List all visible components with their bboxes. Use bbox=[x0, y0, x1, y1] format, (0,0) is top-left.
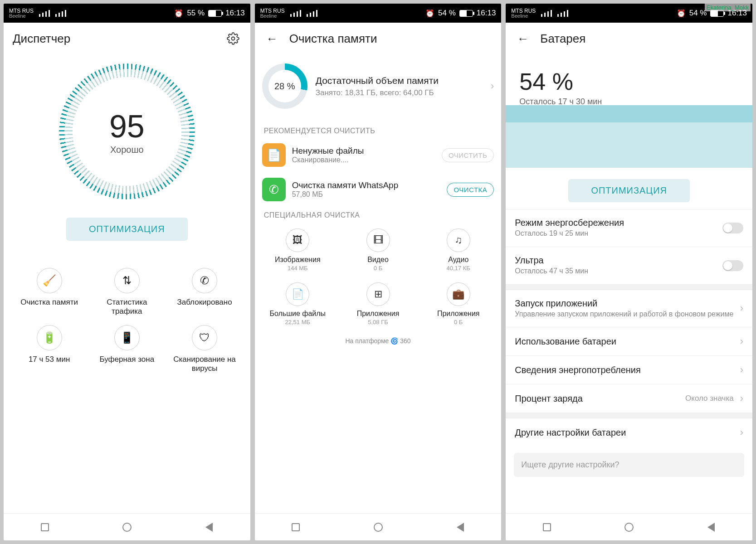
section-recommended: РЕКОМЕНДУЕТСЯ ОЧИСТИТЬ bbox=[255, 122, 502, 138]
file-icon: 📄 bbox=[286, 282, 309, 306]
back-button[interactable]: ← bbox=[515, 30, 531, 47]
tile-virus-scan[interactable]: 🛡 Сканирование на вирусы bbox=[168, 325, 241, 374]
storage-title: Достаточный объем памяти bbox=[316, 75, 483, 87]
settings-button[interactable] bbox=[225, 30, 241, 47]
nav-home[interactable] bbox=[372, 521, 385, 534]
signal-icon bbox=[39, 10, 50, 17]
whatsapp-icon: ✆ bbox=[262, 178, 286, 201]
audio-icon: ♫ bbox=[447, 228, 470, 252]
tool-grid: 🧹 Очистка памяти ⇅ Статистика трафика ✆ … bbox=[4, 263, 250, 388]
row-other-settings[interactable]: Другие настройки батареи › bbox=[506, 418, 752, 447]
special-large-files[interactable]: 📄 Большие файлы 22,51 МБ bbox=[259, 279, 336, 329]
carrier-1: MTS RUS bbox=[9, 8, 34, 14]
signal-icon bbox=[290, 10, 301, 17]
signal-icon bbox=[557, 10, 568, 17]
tile-cleanup[interactable]: 🧹 Очистка памяти bbox=[13, 268, 86, 317]
tile-traffic[interactable]: ⇅ Статистика трафика bbox=[90, 268, 163, 317]
briefcase-icon: 💼 bbox=[447, 282, 470, 306]
signal-icon bbox=[541, 10, 552, 17]
carrier-2: Beeline bbox=[511, 14, 536, 19]
tile-dropzone[interactable]: 📱 Буферная зона bbox=[90, 325, 163, 374]
nav-back[interactable] bbox=[454, 521, 467, 534]
row-app-launch[interactable]: Запуск приложений Управление запуском пр… bbox=[506, 290, 752, 327]
app-header: ← Батарея bbox=[506, 23, 752, 54]
battery-percent: 54 % bbox=[438, 9, 456, 18]
chevron-right-icon: › bbox=[740, 427, 743, 438]
clean-button[interactable]: ОЧИСТИТЬ bbox=[442, 148, 494, 162]
chevron-right-icon: › bbox=[740, 393, 743, 404]
row-battery-usage[interactable]: Использование батареи › bbox=[506, 327, 752, 355]
back-button[interactable]: ← bbox=[264, 30, 280, 47]
toggle-ultra[interactable] bbox=[722, 260, 743, 271]
battery-icon: 🔋 bbox=[37, 325, 62, 350]
alarm-icon: ⏰ bbox=[677, 9, 686, 18]
storage-percent: 28 % bbox=[274, 81, 295, 92]
nav-home[interactable] bbox=[121, 521, 133, 534]
app-header: Диспетчер bbox=[4, 23, 250, 54]
screen-battery: Ekaterina_Mokk MTS RUS Beeline ⏰ 54 % 16… bbox=[506, 4, 752, 540]
row-power-save[interactable]: Режим энергосбережения Осталось 19 ч 25 … bbox=[506, 209, 752, 247]
clean-button[interactable]: ОЧИСТКА bbox=[447, 183, 494, 197]
tile-battery-time[interactable]: 🔋 17 ч 53 мин bbox=[13, 325, 86, 374]
cleanup-row-junk[interactable]: 📄 Ненужные файлы Сканирование.... ОЧИСТИ… bbox=[255, 138, 502, 172]
signal-icon bbox=[307, 10, 317, 17]
carrier-2: Beeline bbox=[260, 14, 285, 19]
app-header: ← Очистка памяти bbox=[255, 23, 502, 54]
nav-recent[interactable] bbox=[541, 521, 553, 534]
battery-remaining: Осталось 17 ч 30 мин bbox=[519, 97, 739, 107]
nav-recent[interactable] bbox=[39, 521, 51, 534]
nav-bar bbox=[4, 513, 250, 540]
screen-cleanup: MTS RUS Beeline ⏰ 54 % 16:13 ← Очистка п… bbox=[255, 4, 502, 540]
apps-icon: ⊞ bbox=[366, 282, 390, 306]
video-icon: 🎞 bbox=[366, 228, 390, 252]
optimize-button[interactable]: ОПТИМИЗАЦИЯ bbox=[66, 218, 188, 241]
status-bar: MTS RUS Beeline ⏰ 54 % 16:13 bbox=[255, 4, 502, 23]
storage-donut: 28 % bbox=[262, 63, 307, 109]
powered-by: На платформе 🌀 360 bbox=[255, 334, 502, 350]
image-icon: 🖼 bbox=[286, 228, 309, 252]
special-video[interactable]: 🎞 Видео 0 Б bbox=[340, 225, 416, 275]
carrier-1: MTS RUS bbox=[511, 8, 536, 14]
chevron-right-icon: › bbox=[740, 302, 743, 314]
nav-back[interactable] bbox=[203, 521, 215, 534]
gear-icon bbox=[227, 32, 239, 45]
special-apps-2[interactable]: 💼 Приложения 0 Б bbox=[420, 279, 497, 329]
nav-recent[interactable] bbox=[289, 521, 302, 534]
battery-percent: 54 % bbox=[689, 9, 707, 18]
divider bbox=[506, 413, 752, 418]
shield-icon: 🛡 bbox=[192, 325, 217, 350]
clock: 16:13 bbox=[225, 9, 245, 18]
row-power-details[interactable]: Сведения энергопотребления › bbox=[506, 355, 752, 384]
blocked-icon: ✆ bbox=[192, 268, 217, 293]
battery-icon bbox=[208, 10, 222, 17]
battery-hero: 54 % Осталось 17 ч 30 мин bbox=[506, 54, 752, 168]
special-apps[interactable]: ⊞ Приложения 5,08 ГБ bbox=[340, 279, 416, 329]
carrier-2: Beeline bbox=[9, 14, 34, 19]
nav-back[interactable] bbox=[705, 521, 717, 534]
toggle-power-save[interactable] bbox=[722, 223, 743, 233]
special-audio[interactable]: ♫ Аудио 40,17 КБ bbox=[420, 225, 497, 275]
chevron-right-icon: › bbox=[740, 364, 743, 376]
battery-percent: 55 % bbox=[187, 9, 205, 18]
page-title: Батарея bbox=[540, 32, 743, 46]
special-images[interactable]: 🖼 Изображения 144 МБ bbox=[259, 225, 336, 275]
row-charge-percent[interactable]: Процент заряда Около значка › bbox=[506, 384, 752, 413]
file-icon: 📄 bbox=[262, 143, 286, 167]
special-clean-grid: 🖼 Изображения 144 МБ 🎞 Видео 0 Б ♫ Аудио… bbox=[255, 222, 502, 334]
status-bar: MTS RUS Beeline ⏰ 55 % 16:13 bbox=[4, 4, 250, 23]
page-title: Диспетчер bbox=[13, 32, 216, 46]
tile-blocked[interactable]: ✆ Заблокировано bbox=[168, 268, 241, 317]
cleanup-row-whatsapp[interactable]: ✆ Очистка памяти WhatsApp 57,80 МБ ОЧИСТ… bbox=[255, 172, 502, 207]
row-ultra[interactable]: Ультра Осталось 47 ч 35 мин bbox=[506, 247, 752, 284]
score-ring: 95 Хорошо bbox=[59, 63, 195, 199]
alarm-icon: ⏰ bbox=[174, 9, 183, 18]
search-other-settings[interactable]: Ищете другие настройки? bbox=[514, 453, 744, 477]
optimize-button[interactable]: ОПТИМИЗАЦИЯ bbox=[568, 179, 690, 202]
battery-icon bbox=[710, 10, 724, 17]
clock: 16:13 bbox=[477, 9, 496, 18]
dropzone-icon: 📱 bbox=[114, 325, 140, 350]
nav-home[interactable] bbox=[623, 521, 635, 534]
storage-summary-row[interactable]: 28 % Достаточный объем памяти Занято: 18… bbox=[255, 54, 502, 122]
signal-icon bbox=[55, 10, 66, 17]
chevron-right-icon: › bbox=[491, 80, 494, 92]
